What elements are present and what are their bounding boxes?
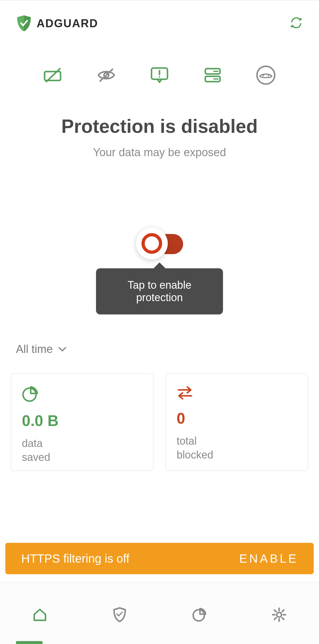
home-icon bbox=[32, 607, 47, 622]
nav-active-indicator bbox=[16, 641, 43, 644]
protection-status-title: Protection is disabled bbox=[0, 115, 319, 137]
nav-statistics[interactable] bbox=[190, 605, 209, 624]
bottom-navigation bbox=[0, 582, 319, 644]
shield-check-icon bbox=[16, 15, 32, 32]
svg-point-11 bbox=[257, 66, 275, 84]
nav-home[interactable] bbox=[30, 605, 49, 624]
https-enable-button[interactable]: ENABLE bbox=[239, 552, 298, 565]
total-blocked-card[interactable]: 0 totalblocked bbox=[165, 373, 308, 471]
enable-tooltip: Tap to enable protection bbox=[96, 268, 223, 314]
total-blocked-label: totalblocked bbox=[177, 434, 297, 462]
data-saved-label: datasaved bbox=[22, 437, 142, 464]
brand-logo: ADGUARD bbox=[16, 15, 98, 32]
features-row bbox=[0, 44, 319, 104]
svg-point-14 bbox=[23, 388, 36, 401]
svg-point-13 bbox=[268, 75, 269, 77]
data-saved-value: 0.0 B bbox=[22, 412, 142, 430]
stats-period-label: All time bbox=[16, 343, 53, 356]
svg-line-25 bbox=[282, 610, 284, 612]
enable-tooltip-text: Tap to enable protection bbox=[128, 279, 191, 304]
svg-point-6 bbox=[159, 76, 160, 78]
svg-line-26 bbox=[274, 618, 276, 619]
refresh-button[interactable] bbox=[289, 16, 303, 31]
protection-toggle[interactable] bbox=[136, 233, 183, 254]
feature-ad-blocking[interactable] bbox=[43, 64, 64, 86]
svg-point-17 bbox=[193, 610, 204, 621]
toggle-knob-off-icon bbox=[136, 227, 168, 259]
nav-settings[interactable] bbox=[270, 605, 289, 624]
battery-slash-icon bbox=[43, 67, 63, 83]
chat-alert-icon bbox=[150, 66, 169, 84]
refresh-icon bbox=[289, 16, 303, 30]
chevron-down-icon bbox=[58, 346, 66, 352]
swap-arrows-icon bbox=[177, 386, 193, 400]
protection-status-subtitle: Your data may be exposed bbox=[0, 146, 319, 159]
https-banner-text: HTTPS filtering is off bbox=[21, 552, 129, 565]
pie-chart-icon bbox=[22, 386, 38, 402]
https-filtering-banner[interactable]: HTTPS filtering is off ENABLE bbox=[5, 543, 314, 574]
data-saved-card[interactable]: 0.0 B datasaved bbox=[11, 373, 154, 471]
stats-period-dropdown[interactable]: All time bbox=[0, 343, 319, 356]
brand-text: ADGUARD bbox=[37, 17, 98, 30]
total-blocked-value: 0 bbox=[177, 409, 297, 427]
svg-line-23 bbox=[274, 610, 276, 612]
feature-annoyance-blocking[interactable] bbox=[149, 64, 170, 86]
dns-icon bbox=[204, 67, 222, 83]
svg-line-24 bbox=[282, 618, 284, 619]
svg-point-18 bbox=[277, 612, 281, 617]
shield-outline-icon bbox=[112, 607, 127, 623]
eye-slash-icon bbox=[97, 67, 116, 83]
chart-icon bbox=[192, 607, 207, 622]
gear-icon bbox=[271, 607, 287, 622]
feature-firewall[interactable] bbox=[255, 64, 276, 86]
feature-tracking-protection[interactable] bbox=[96, 64, 117, 86]
private-browsing-icon bbox=[256, 65, 276, 85]
feature-dns-protection[interactable] bbox=[202, 64, 223, 86]
svg-point-12 bbox=[263, 75, 264, 77]
svg-line-1 bbox=[46, 69, 60, 82]
nav-protection[interactable] bbox=[110, 605, 129, 624]
